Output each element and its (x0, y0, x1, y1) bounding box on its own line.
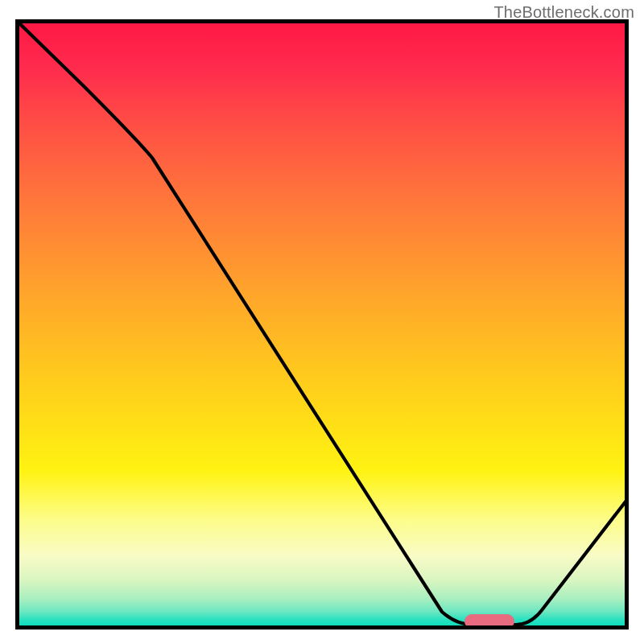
minimum-marker (464, 614, 514, 629)
chart-container: TheBottleneck.com (0, 0, 644, 644)
curve-svg (15, 19, 629, 630)
plot-area (15, 19, 629, 630)
bottleneck-curve (15, 19, 629, 625)
watermark-text: TheBottleneck.com (493, 3, 634, 22)
